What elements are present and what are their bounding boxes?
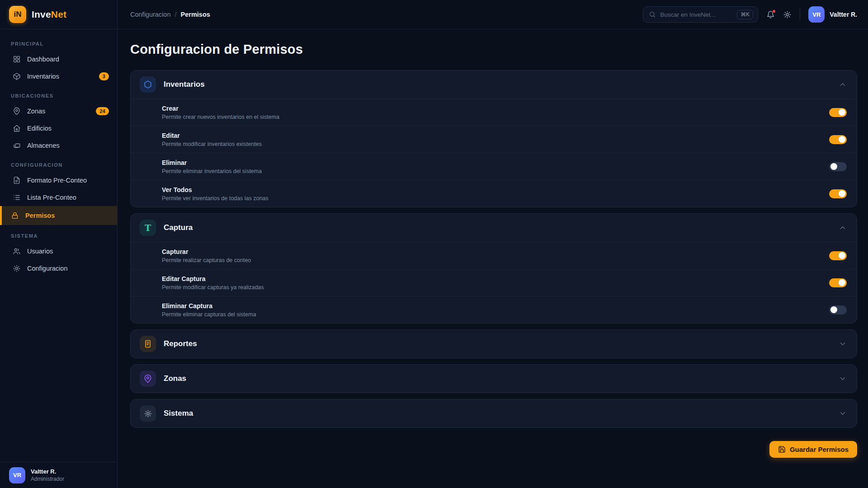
main-area: Configuracion / Permisos ⌘K VR Va [118, 0, 868, 488]
permission-description: Permite modificar inventarios existentes [162, 141, 829, 147]
permission-toggle[interactable] [829, 278, 847, 287]
permission-toggle[interactable] [829, 108, 847, 117]
user-name: Valtter R. [830, 11, 857, 18]
permission-title: Eliminar [162, 159, 829, 166]
breadcrumb: Configuracion / Permisos [130, 11, 210, 18]
hexagon-icon [140, 76, 156, 93]
toggle-knob [839, 279, 845, 286]
permission-title: Editar Captura [162, 275, 829, 282]
search-box[interactable]: ⌘K [643, 6, 758, 23]
building-icon [13, 124, 21, 132]
permission-toggle[interactable] [829, 162, 847, 171]
sidebar-item-configuracion[interactable]: Configuracion [0, 260, 117, 277]
permission-row: Capturar Permite realizar capturas de co… [131, 242, 857, 269]
map-pin-icon [140, 371, 156, 387]
group-header[interactable]: Zonas [131, 365, 857, 393]
permission-description: Permite modificar capturas ya realizadas [162, 284, 829, 291]
permission-row: Eliminar Captura Permite eliminar captur… [131, 296, 857, 323]
boxes-icon [13, 141, 21, 150]
permission-row: Editar Permite modificar inventarios exi… [131, 126, 857, 153]
cog-icon [140, 405, 156, 422]
group-header[interactable]: Inventarios [131, 70, 857, 99]
toggle-knob [830, 163, 837, 170]
permission-title: Ver Todos [162, 186, 829, 193]
sidebar-user-card[interactable]: VR Valtter R. Administrador [0, 462, 117, 488]
app-logo[interactable]: iN [9, 6, 26, 23]
permission-group-captura: T Captura Capturar Permite realizar capt… [130, 213, 857, 324]
users-icon [13, 247, 21, 255]
topbar: Configuracion / Permisos ⌘K VR Va [118, 0, 868, 29]
group-header[interactable]: Reportes [131, 330, 857, 358]
toggle-knob [839, 109, 845, 116]
toggle-knob [830, 306, 837, 313]
permission-title: Eliminar Captura [162, 302, 829, 310]
permission-row: Eliminar Permite eliminar inventarios de… [131, 153, 857, 180]
group-header[interactable]: Sistema [131, 399, 857, 427]
permission-title: Capturar [162, 248, 829, 255]
group-title: Captura [164, 223, 831, 232]
letter-t-icon: T [140, 220, 156, 236]
chevron-down-icon [839, 224, 847, 232]
toggle-knob [839, 190, 845, 197]
permission-toggle[interactable] [829, 135, 847, 144]
chevron-down-icon [839, 409, 847, 418]
brand: iN InveNet [0, 0, 117, 29]
permission-group-zonas: Zonas [130, 364, 857, 393]
chevron-down-icon [839, 340, 847, 348]
user-menu[interactable]: VR Valtter R. [808, 6, 857, 23]
nav-section-label: SISTEMA [0, 230, 117, 243]
permission-group-inventarios: Inventarios Crear Permite crear nuevos i… [130, 70, 857, 207]
permission-toggle[interactable] [829, 251, 847, 260]
permission-title: Editar [162, 132, 829, 139]
sidebar-item-inventarios[interactable]: Inventarios 3 [0, 68, 117, 85]
permission-description: Permite crear nuevos inventarios en el s… [162, 114, 829, 120]
save-permissions-button[interactable]: Guardar Permisos [769, 441, 857, 458]
sidebar-item-formato-pre-conteo[interactable]: Formato Pre-Conteo [0, 172, 117, 189]
notifications-button[interactable] [766, 10, 775, 19]
toggle-knob [839, 252, 845, 259]
permission-title: Crear [162, 105, 829, 112]
sidebar-nav: PRINCIPAL Dashboard Inventarios 3 UBICAC… [0, 29, 117, 277]
permission-row: Editar Captura Permite modificar captura… [131, 269, 857, 296]
page-title: Configuracion de Permisos [130, 42, 857, 57]
grid-icon [13, 55, 21, 63]
sidebar-item-dashboard[interactable]: Dashboard [0, 51, 117, 68]
chevron-down-icon [839, 375, 847, 383]
group-title: Inventarios [164, 80, 831, 89]
breadcrumb-parent[interactable]: Configuracion [130, 11, 170, 18]
permission-toggle[interactable] [829, 305, 847, 314]
search-input[interactable] [660, 11, 733, 18]
page-content: Configuracion de Permisos Inventarios Cr… [118, 29, 868, 488]
file-icon [13, 176, 21, 184]
chevron-down-icon [839, 80, 847, 89]
list-icon [13, 193, 21, 202]
app-name: InveNet [32, 9, 66, 20]
avatar: VR [808, 6, 825, 23]
group-header[interactable]: T Captura [131, 214, 857, 242]
sidebar-item-almacenes[interactable]: Almacenes [0, 137, 117, 154]
search-shortcut-badge: ⌘K [737, 10, 753, 19]
report-icon [140, 336, 156, 352]
sidebar-item-usuarios[interactable]: Usuarios [0, 243, 117, 260]
sidebar-item-zonas[interactable]: Zonas 24 [0, 103, 117, 120]
sidebar-item-edificios[interactable]: Edificios [0, 120, 117, 137]
group-title: Zonas [164, 374, 831, 383]
permission-description: Permite ver inventarios de todas las zon… [162, 195, 829, 202]
permission-description: Permite realizar capturas de conteo [162, 257, 829, 263]
sidebar: iN InveNet PRINCIPAL Dashboard Inventari… [0, 0, 118, 488]
permission-description: Permite eliminar inventarios del sistema [162, 168, 829, 174]
cog-icon [13, 264, 21, 272]
settings-button[interactable] [783, 10, 792, 19]
permission-description: Permite eliminar capturas del sistema [162, 311, 829, 318]
avatar: VR [9, 467, 25, 483]
divider [800, 8, 800, 21]
permission-toggle[interactable] [829, 189, 847, 198]
permission-row: Ver Todos Permite ver inventarios de tod… [131, 180, 857, 207]
sidebar-item-permisos[interactable]: Permisos [0, 206, 117, 225]
sidebar-item-lista-pre-conteo[interactable]: Lista Pre-Conteo [0, 189, 117, 206]
save-icon [778, 446, 786, 453]
permission-group-reportes: Reportes [130, 329, 857, 358]
user-role: Administrador [31, 476, 64, 482]
group-title: Reportes [164, 339, 831, 348]
toggle-knob [839, 136, 845, 143]
